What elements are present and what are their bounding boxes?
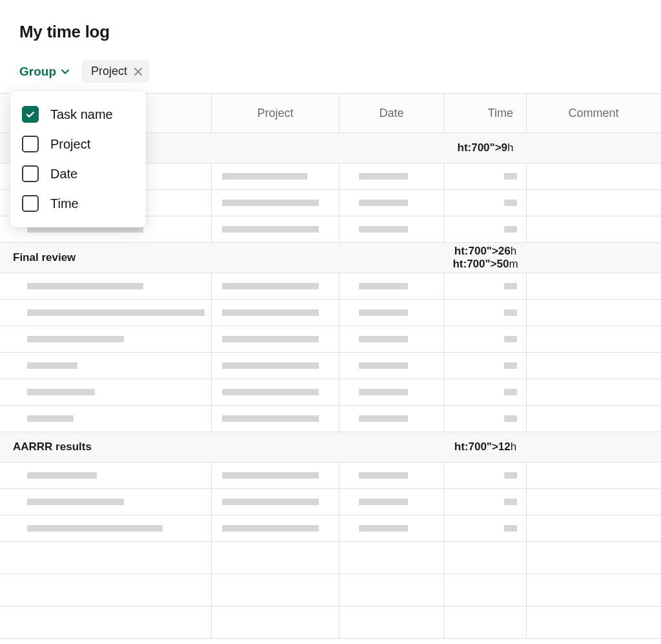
table-cell [527, 542, 660, 574]
table-cell [340, 542, 444, 574]
group-option-label: Date [50, 167, 77, 182]
table-cell [212, 300, 340, 326]
placeholder-text [359, 200, 408, 206]
placeholder-text [359, 362, 408, 369]
filter-chip-label: Project [91, 65, 127, 78]
placeholder-text [222, 309, 319, 316]
placeholder-text [504, 309, 517, 316]
group-label: Group [19, 65, 56, 79]
checkbox-icon[interactable] [22, 195, 39, 212]
group-dropdown-button[interactable]: Group [19, 65, 70, 79]
table-cell [212, 273, 340, 299]
table-cell [212, 190, 340, 216]
table-cell [340, 406, 444, 431]
placeholder-text [504, 173, 517, 180]
placeholder-text [27, 499, 124, 505]
placeholder-text [359, 226, 408, 233]
placeholder-text [222, 336, 319, 342]
table-row[interactable] [0, 353, 661, 379]
group-option[interactable]: Date [10, 159, 146, 189]
col-header-date[interactable]: Date [340, 94, 444, 132]
table-cell [212, 163, 340, 189]
checkbox-icon[interactable] [22, 136, 39, 152]
placeholder-text [504, 362, 517, 369]
group-option[interactable]: Task name [10, 99, 146, 129]
placeholder-text [504, 472, 517, 479]
table-cell [340, 163, 444, 189]
placeholder-text [222, 415, 319, 422]
table-cell [527, 353, 660, 379]
table-cell [0, 326, 212, 352]
table-cell [212, 216, 340, 242]
group-option-label: Task name [50, 107, 113, 122]
table-cell [527, 406, 660, 431]
placeholder-text [27, 472, 97, 479]
placeholder-text [27, 309, 205, 316]
group-row[interactable]: Final reviewht:700">26h ht:700">50m [0, 243, 661, 273]
table-cell [444, 353, 527, 379]
col-header-time[interactable]: Time [444, 94, 527, 132]
table-cell [444, 406, 527, 431]
table-cell [340, 353, 444, 379]
col-header-project[interactable]: Project [212, 94, 340, 132]
table-cell [527, 515, 660, 541]
placeholder-text [222, 226, 319, 233]
table-cell [340, 515, 444, 541]
table-cell [340, 273, 444, 299]
placeholder-text [222, 200, 319, 206]
table-cell [444, 607, 527, 638]
table-cell [212, 379, 340, 405]
group-total-time: ht:700">9h [444, 141, 527, 154]
table-cell [0, 353, 212, 379]
table-cell [0, 574, 212, 606]
group-total-time: ht:700">12h [444, 441, 527, 453]
checkbox-icon[interactable] [22, 165, 39, 182]
table-row[interactable] [0, 515, 661, 542]
placeholder-text [222, 173, 307, 180]
placeholder-text [504, 336, 517, 342]
table-row[interactable] [0, 406, 661, 432]
table-row[interactable] [0, 489, 661, 515]
group-row[interactable]: AARRR resultsht:700">12h [0, 432, 661, 462]
placeholder-text [504, 200, 517, 206]
group-dropdown-menu: Task nameProjectDateTime [10, 90, 146, 227]
table-cell [340, 489, 444, 515]
group-option[interactable]: Project [10, 129, 146, 159]
table-cell [444, 300, 527, 326]
table-cell [444, 163, 527, 189]
group-option-label: Project [50, 137, 90, 152]
placeholder-text [504, 389, 517, 395]
table-row[interactable] [0, 326, 661, 353]
table-cell [444, 326, 527, 352]
group-option-label: Time [50, 196, 79, 211]
close-icon[interactable] [134, 67, 143, 76]
table-row[interactable] [0, 273, 661, 300]
filter-chip-project[interactable]: Project [82, 60, 149, 83]
table-row[interactable] [0, 462, 661, 489]
table-cell [340, 607, 444, 638]
table-cell [0, 462, 212, 488]
checkbox-icon[interactable] [22, 106, 39, 123]
table-cell [212, 515, 340, 541]
group-label: Final review [0, 251, 444, 264]
table-cell [0, 607, 212, 638]
table-cell [444, 190, 527, 216]
placeholder-text [359, 173, 408, 180]
col-header-comment[interactable]: Comment [527, 94, 660, 132]
placeholder-text [504, 226, 517, 233]
table-cell [0, 379, 212, 405]
placeholder-text [359, 499, 408, 505]
placeholder-text [222, 389, 319, 395]
group-option[interactable]: Time [10, 189, 146, 218]
table-row[interactable] [0, 379, 661, 406]
placeholder-text [27, 415, 74, 422]
group-total-time: ht:700">26h ht:700">50m [444, 245, 527, 271]
table-cell [212, 326, 340, 352]
table-row[interactable] [0, 300, 661, 326]
placeholder-text [27, 283, 143, 289]
placeholder-text [222, 283, 319, 289]
table-cell [340, 379, 444, 405]
table-cell [444, 379, 527, 405]
chevron-down-icon [60, 67, 70, 77]
table-row-empty [0, 607, 661, 639]
